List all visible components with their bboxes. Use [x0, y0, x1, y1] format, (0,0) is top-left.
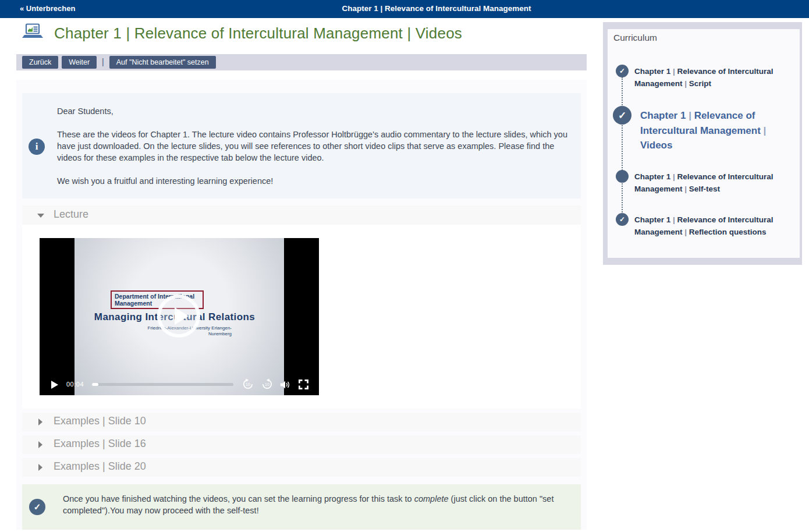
set-not-edited-button[interactable]: Auf "Nicht bearbeitet" setzen — [109, 56, 216, 69]
timeline-dotted-line — [622, 77, 623, 219]
video-player[interactable]: Department of International Management M… — [40, 238, 319, 395]
chevron-right-icon — [38, 441, 42, 448]
forward-10-icon[interactable]: 10 — [261, 378, 273, 390]
curriculum-item-label: Chapter 1 | Relevance of Intercultural M… — [634, 171, 782, 195]
video-panel: Department of International Management M… — [22, 225, 581, 409]
info-icon: i — [29, 139, 45, 155]
info-paragraph: These are the videos for Chapter 1. The … — [57, 129, 569, 164]
accordion-examples-1[interactable]: Examples | Slide 10 — [22, 413, 581, 431]
info-box: i Dear Students, These are the videos fo… — [22, 93, 581, 198]
chevron-right-icon — [38, 464, 42, 471]
accordion-examples-label: Examples | Slide 10 — [54, 415, 146, 427]
play-icon[interactable] — [51, 381, 58, 389]
toolbar: Zurück Weiter | Auf "Nicht bearbeitet" s… — [16, 54, 587, 70]
learning-module-icon — [22, 23, 43, 41]
accordion-examples-label: Examples | Slide 20 — [54, 460, 146, 473]
check-icon: ✓ — [616, 65, 629, 77]
volume-icon[interactable] — [279, 380, 291, 390]
fullscreen-icon[interactable] — [298, 379, 309, 390]
video-controls: 00:04 10 10 — [40, 378, 319, 391]
rewind-10-icon[interactable]: 10 — [242, 378, 254, 390]
progress-bar[interactable] — [92, 383, 233, 386]
curriculum-panel: Curriculum ✓Chapter 1 | Relevance of Int… — [603, 22, 802, 265]
interrupt-link[interactable]: « Unterbrechen — [20, 4, 75, 13]
curriculum-card: Curriculum ✓Chapter 1 | Relevance of Int… — [608, 29, 800, 258]
toolbar-separator: | — [102, 57, 104, 66]
svg-text:10: 10 — [246, 382, 250, 386]
play-overlay-icon[interactable] — [157, 295, 200, 338]
accordion-lecture[interactable]: Lecture — [22, 205, 581, 225]
back-button[interactable]: Zurück — [22, 56, 58, 69]
info-paragraph: Dear Students, — [57, 105, 569, 117]
page-title: Chapter 1 | Relevance of Intercultural M… — [54, 24, 462, 42]
topbar-title: Chapter 1 | Relevance of Intercultural M… — [342, 4, 531, 13]
check-icon: ✓ — [29, 499, 45, 515]
info-text: Dear Students, These are the videos for … — [57, 105, 569, 187]
completion-text: Once you have finished watching the vide… — [63, 493, 558, 516]
next-button[interactable]: Weiter — [62, 56, 97, 69]
accordion-lecture-label: Lecture — [54, 208, 88, 221]
chevron-right-icon — [38, 418, 42, 425]
svg-text:10: 10 — [265, 382, 269, 386]
pending-circle-icon — [616, 170, 629, 183]
video-time: 00:04 — [66, 381, 84, 388]
check-icon: ✓ — [613, 106, 631, 125]
top-bar: « Unterbrechen Chapter 1 | Relevance of … — [0, 0, 809, 18]
info-paragraph: We wish you a fruitful and interesting l… — [57, 175, 569, 187]
curriculum-item-label: Chapter 1 | Relevance of Intercultural M… — [634, 214, 782, 238]
curriculum-item-label: Chapter 1 | Relevance of Intercultural M… — [634, 66, 782, 90]
main-content: i Dear Students, These are the videos fo… — [16, 80, 587, 530]
curriculum-item-label: Chapter 1 | Relevance of Intercultural M… — [640, 108, 780, 153]
check-icon: ✓ — [616, 213, 629, 226]
chevron-down-icon — [37, 214, 44, 218]
progress-fill — [92, 383, 98, 386]
accordion-examples-2[interactable]: Examples | Slide 16 — [22, 435, 581, 454]
accordion-examples-label: Examples | Slide 16 — [54, 438, 146, 450]
video-slide: Department of International Management M… — [74, 238, 284, 395]
curriculum-items: ✓Chapter 1 | Relevance of Intercultural … — [612, 29, 795, 258]
accordion-examples-3[interactable]: Examples | Slide 20 — [22, 458, 581, 477]
completion-note: ✓ Once you have finished watching the vi… — [22, 484, 581, 530]
